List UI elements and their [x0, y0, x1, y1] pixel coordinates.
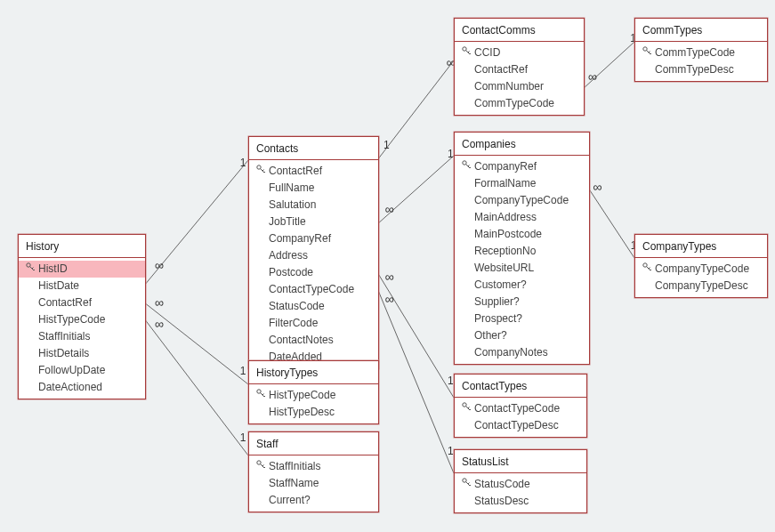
- primary-key-icon: [642, 262, 655, 277]
- table-contactTypes[interactable]: ContactTypesContactTypeCodeContactTypeDe…: [454, 374, 587, 438]
- field-row[interactable]: Supplier?: [455, 294, 589, 310]
- field-name: ContactRef: [474, 62, 528, 77]
- table-staff[interactable]: StaffStaffInitialsStaffNameCurrent?: [248, 431, 379, 512]
- field-name: Prospect?: [474, 311, 522, 326]
- field-row[interactable]: Other?: [455, 327, 589, 344]
- field-name: CompanyNotes: [474, 345, 548, 360]
- svg-line-42: [264, 467, 265, 468]
- field-row[interactable]: HistID: [19, 261, 145, 278]
- table-header-history[interactable]: History: [19, 235, 145, 258]
- svg-text:∞: ∞: [385, 292, 394, 306]
- svg-text:1: 1: [240, 157, 246, 169]
- table-header-statusList[interactable]: StatusList: [455, 450, 586, 473]
- field-row[interactable]: CompanyTypeCode: [635, 261, 767, 278]
- field-row[interactable]: ContactRef: [249, 163, 378, 180]
- field-row[interactable]: Customer?: [455, 277, 589, 294]
- field-row[interactable]: Address: [249, 247, 378, 264]
- table-header-contactComms[interactable]: ContactComms: [455, 19, 584, 42]
- field-row[interactable]: StaffInitials: [19, 328, 145, 345]
- field-row[interactable]: DateActioned: [19, 379, 145, 396]
- field-row[interactable]: Prospect?: [455, 310, 589, 327]
- table-history[interactable]: HistoryHistIDHistDateContactRefHistTypeC…: [18, 234, 146, 399]
- field-name: StatusCode: [269, 299, 325, 314]
- field-row[interactable]: ContactTypeCode: [249, 281, 378, 298]
- field-row[interactable]: FullName: [249, 180, 378, 197]
- table-contacts[interactable]: ContactsContactRefFullNameSalutationJobT…: [248, 136, 379, 369]
- table-header-commTypes[interactable]: CommTypes: [635, 19, 767, 42]
- field-row[interactable]: HistTypeDesc: [249, 404, 378, 421]
- table-header-companyTypes[interactable]: CompanyTypes: [635, 235, 767, 258]
- field-name: CompanyRef: [269, 231, 331, 246]
- field-row[interactable]: CompanyTypeDesc: [635, 278, 767, 294]
- table-companies[interactable]: CompaniesCompanyRefFormalNameCompanyType…: [454, 132, 590, 365]
- primary-key-icon: [642, 45, 655, 60]
- table-historyTypes[interactable]: HistoryTypesHistTypeCodeHistTypeDesc: [248, 360, 379, 424]
- field-row[interactable]: HistDate: [19, 278, 145, 294]
- field-row[interactable]: CompanyTypeCode: [455, 192, 589, 209]
- field-row[interactable]: CommTypeDesc: [635, 61, 767, 78]
- field-row[interactable]: FormalName: [455, 175, 589, 192]
- field-row[interactable]: CompanyRef: [455, 158, 589, 175]
- field-row[interactable]: Postcode: [249, 264, 378, 281]
- field-row[interactable]: StatusCode: [249, 298, 378, 315]
- field-row[interactable]: FollowUpDate: [19, 362, 145, 379]
- field-row[interactable]: Salutation: [249, 197, 378, 214]
- field-row[interactable]: ContactRef: [19, 294, 145, 311]
- field-row[interactable]: CommTypeCode: [455, 95, 584, 112]
- field-name: FilterCode: [269, 316, 318, 331]
- svg-line-54: [470, 409, 471, 410]
- table-body-contactTypes: ContactTypeCodeContactTypeDesc: [455, 398, 586, 437]
- field-row[interactable]: HistTypeCode: [19, 311, 145, 328]
- field-row[interactable]: ReceptionNo: [455, 243, 589, 260]
- field-name: ContactRef: [38, 295, 92, 310]
- svg-line-21: [583, 42, 634, 89]
- primary-key-icon: [462, 159, 474, 174]
- field-name: ContactTypeCode: [269, 282, 354, 297]
- field-row[interactable]: MainPostcode: [455, 226, 589, 243]
- field-name: ContactTypeCode: [474, 401, 560, 416]
- table-contactComms[interactable]: ContactCommsCCIDContactRefCommNumberComm…: [454, 18, 585, 116]
- field-name: StaffInitials: [269, 459, 320, 474]
- field-row[interactable]: CommNumber: [455, 78, 584, 95]
- field-row[interactable]: StaffInitials: [249, 458, 378, 475]
- field-row[interactable]: FilterCode: [249, 315, 378, 332]
- svg-line-34: [264, 172, 265, 173]
- field-row[interactable]: ContactNotes: [249, 332, 378, 349]
- field-row[interactable]: HistDetails: [19, 345, 145, 362]
- primary-key-icon: [462, 45, 474, 60]
- svg-text:∞: ∞: [385, 270, 394, 284]
- field-name: FullName: [269, 181, 314, 196]
- svg-text:1: 1: [240, 431, 246, 444]
- table-companyTypes[interactable]: CompanyTypesCompanyTypeCodeCompanyTypeDe…: [634, 234, 768, 298]
- field-row[interactable]: CCID: [455, 44, 584, 61]
- table-header-historyTypes[interactable]: HistoryTypes: [249, 361, 378, 384]
- svg-text:∞: ∞: [155, 295, 164, 310]
- table-header-contactTypes[interactable]: ContactTypes: [455, 375, 586, 398]
- field-row[interactable]: ContactTypeDesc: [455, 417, 586, 434]
- field-row[interactable]: Current?: [249, 492, 378, 509]
- table-header-staff[interactable]: Staff: [249, 432, 378, 455]
- field-row[interactable]: StatusCode: [455, 476, 586, 493]
- field-row[interactable]: ContactTypeCode: [455, 400, 586, 417]
- table-statusList[interactable]: StatusListStatusCodeStatusDesc: [454, 449, 587, 513]
- table-header-companies[interactable]: Companies: [455, 133, 589, 156]
- field-row[interactable]: CompanyRef: [249, 230, 378, 247]
- svg-line-46: [470, 53, 471, 54]
- svg-line-49: [468, 165, 470, 167]
- field-row[interactable]: CommTypeCode: [635, 44, 767, 61]
- primary-key-icon: [256, 388, 269, 403]
- field-row[interactable]: HistTypeCode: [249, 387, 378, 404]
- primary-key-icon: [256, 459, 269, 474]
- field-row[interactable]: ContactRef: [455, 61, 584, 78]
- field-row[interactable]: MainAddress: [455, 209, 589, 226]
- field-row[interactable]: StaffName: [249, 475, 378, 492]
- field-row[interactable]: WebsiteURL: [455, 260, 589, 277]
- er-diagram-canvas: 1∞1∞1∞1∞1∞1∞1∞1∞1∞ HistoryHistIDHistDate…: [0, 0, 775, 532]
- svg-text:∞: ∞: [155, 258, 164, 272]
- field-row[interactable]: CompanyNotes: [455, 344, 589, 361]
- svg-line-0: [144, 160, 248, 286]
- table-header-contacts[interactable]: Contacts: [249, 137, 378, 160]
- table-commTypes[interactable]: CommTypesCommTypeCodeCommTypeDesc: [634, 18, 768, 82]
- field-row[interactable]: JobTitle: [249, 214, 378, 230]
- field-row[interactable]: StatusDesc: [455, 493, 586, 510]
